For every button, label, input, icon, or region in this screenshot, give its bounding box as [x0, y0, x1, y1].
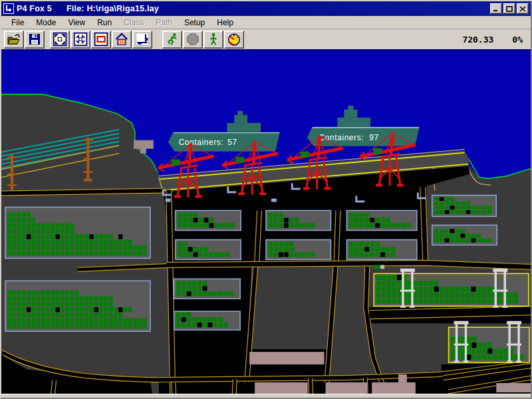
container-block: [268, 218, 273, 223]
container-block: [94, 319, 98, 323]
container-block: [386, 287, 391, 292]
container-block: [451, 336, 456, 342]
container-block: [359, 218, 364, 223]
loaded-truck: [373, 265, 380, 269]
container-block: [75, 307, 79, 312]
step-button[interactable]: [203, 31, 223, 49]
container-block: [198, 286, 202, 291]
container-block: [114, 313, 118, 317]
container-yard[interactable]: [432, 196, 497, 217]
container-block: [114, 251, 118, 255]
container-block: [46, 307, 50, 312]
container-block: [471, 354, 476, 360]
maximize-button[interactable]: [503, 3, 515, 14]
container-yard[interactable]: [432, 225, 497, 245]
container-block: [461, 293, 466, 298]
empty-slot: [89, 234, 93, 239]
container-block: [198, 291, 202, 296]
container-yard[interactable]: [346, 239, 416, 259]
container-block: [46, 240, 50, 245]
container-yard[interactable]: [266, 211, 331, 231]
arrows-out-icon: [53, 32, 67, 47]
container-block: [392, 275, 396, 280]
close-button[interactable]: [517, 3, 529, 14]
container-block: [75, 234, 79, 239]
container-block: [434, 206, 439, 209]
container-block: [461, 298, 466, 303]
run-button[interactable]: [162, 31, 182, 49]
container-block: [89, 251, 93, 255]
title-bar[interactable]: P4 Fox 5 File: H:\riga\Riga15.lay: [1, 1, 531, 16]
container-block: [370, 247, 374, 251]
container-block: [123, 240, 127, 245]
container-block: [51, 307, 55, 312]
container-block: [7, 319, 11, 323]
zoom-window-button[interactable]: [91, 31, 111, 49]
layout-view-button[interactable]: [132, 31, 152, 49]
container-block: [65, 234, 69, 239]
container-yard[interactable]: [5, 281, 150, 331]
container-block: [434, 281, 439, 286]
container-block: [268, 223, 273, 227]
container-block: [89, 307, 93, 312]
ship2-containers-label: Containers:: [319, 133, 364, 142]
container-block: [311, 223, 315, 227]
container-block: [456, 229, 460, 233]
container-block: [27, 324, 31, 329]
container-block: [7, 229, 11, 233]
container-block: [375, 241, 380, 246]
container-block: [61, 234, 65, 239]
container-yard[interactable]: [174, 279, 241, 299]
open-button[interactable]: [4, 31, 24, 49]
container-yard[interactable]: [346, 211, 416, 231]
empty-slot: [27, 307, 31, 312]
container-block: [118, 240, 122, 245]
container-block: [348, 223, 353, 227]
home-view-button[interactable]: [112, 31, 132, 49]
container-block: [61, 223, 65, 228]
container-yard[interactable]: [176, 211, 241, 231]
menu-item-view[interactable]: View: [62, 17, 91, 29]
container-block: [440, 206, 444, 209]
container-yard[interactable]: [176, 239, 241, 259]
container-block: [424, 287, 428, 292]
container-block: [108, 313, 112, 317]
toolbar: 720.33 0%: [1, 29, 531, 49]
container-block: [364, 223, 369, 227]
port-map-canvas[interactable]: Containers: 57 Containers: 97: [1, 51, 531, 394]
speed-gauge-button[interactable]: [224, 31, 244, 49]
minimize-button[interactable]: [490, 3, 502, 14]
container-block: [99, 307, 103, 312]
container-block: [413, 293, 418, 298]
container-block: [466, 293, 470, 298]
empty-slot: [364, 247, 369, 251]
zoom-extents-button[interactable]: [50, 31, 70, 49]
container-block: [402, 223, 406, 227]
container-block: [75, 319, 79, 323]
container-block: [348, 218, 353, 223]
menu-item-path: Path: [150, 17, 178, 29]
menu-item-run[interactable]: Run: [91, 17, 118, 29]
container-block: [429, 298, 434, 303]
zoom-fit-button[interactable]: [70, 31, 90, 49]
container-block: [451, 354, 456, 360]
container-block: [84, 324, 88, 329]
container-block: [27, 245, 31, 250]
container-block: [37, 296, 41, 301]
container-block: [194, 223, 198, 227]
empty-slot: [118, 307, 122, 312]
menu-item-setup[interactable]: Setup: [178, 17, 211, 29]
save-button[interactable]: [25, 31, 45, 49]
empty-slot: [209, 223, 213, 227]
menu-item-file[interactable]: File: [5, 17, 30, 29]
menu-item-help[interactable]: Help: [211, 17, 239, 29]
container-yard[interactable]: [5, 207, 150, 259]
container-block: [41, 251, 45, 255]
menu-item-mode[interactable]: Mode: [30, 17, 62, 29]
empty-slot: [466, 210, 470, 213]
container-yard[interactable]: [266, 239, 331, 259]
container-block: [199, 252, 203, 257]
container-block: [51, 302, 55, 307]
container-yard[interactable]: [174, 311, 241, 330]
stop-button[interactable]: [183, 31, 203, 49]
